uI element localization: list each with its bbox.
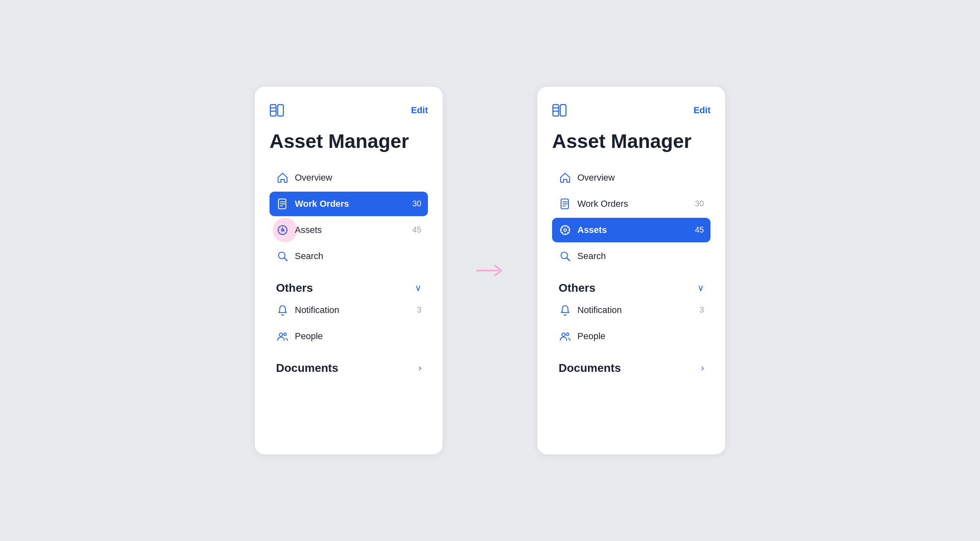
nav-item-notification-left[interactable]: Notification 3 xyxy=(270,298,428,322)
svg-point-27 xyxy=(562,333,565,336)
work-orders-badge-right: 30 xyxy=(695,199,704,208)
work-orders-icon-right xyxy=(559,197,572,210)
notification-badge-left: 3 xyxy=(417,305,421,315)
svg-line-11 xyxy=(284,258,287,261)
sidebar-menu-icon-right xyxy=(552,103,567,118)
arrow-right-icon xyxy=(475,262,505,279)
others-section-left[interactable]: Others ∨ xyxy=(270,273,428,298)
others-chevron-down-left: ∨ xyxy=(415,283,421,293)
svg-line-26 xyxy=(567,258,570,261)
search-icon-right xyxy=(559,250,572,263)
search-icon xyxy=(276,250,289,263)
people-icon-right xyxy=(559,330,572,343)
svg-rect-16 xyxy=(560,105,566,116)
documents-title-left: Documents xyxy=(276,362,338,375)
app-title-right: Asset Manager xyxy=(552,131,710,152)
panel-header-right: Edit xyxy=(552,103,710,118)
work-orders-icon xyxy=(276,197,289,210)
assets-badge-left: 45 xyxy=(412,225,421,235)
svg-rect-15 xyxy=(553,105,559,116)
edit-button-left[interactable]: Edit xyxy=(411,105,428,116)
nav-item-search-left[interactable]: Search xyxy=(270,244,428,268)
nav-list-right: Overview Work Orders 30 xyxy=(552,165,710,268)
people-label-left: People xyxy=(295,331,421,342)
others-title-right: Others xyxy=(559,282,595,295)
documents-chevron-right-right: › xyxy=(701,363,704,373)
nav-list-left: Overview Work Orders 30 xyxy=(270,165,428,268)
nav-item-search-right[interactable]: Search xyxy=(552,244,710,268)
svg-point-24 xyxy=(564,229,566,231)
nav-item-overview-right[interactable]: Overview xyxy=(552,165,710,190)
nav-item-people-left[interactable]: People xyxy=(270,324,428,349)
sidebar-menu-icon xyxy=(270,103,284,118)
notification-label-left: Notification xyxy=(295,305,417,315)
others-title-left: Others xyxy=(276,282,313,295)
documents-chevron-right-left: › xyxy=(419,363,421,373)
panel-header-left: Edit xyxy=(270,103,428,118)
notification-icon xyxy=(276,304,289,317)
search-label-left: Search xyxy=(295,251,421,262)
home-icon xyxy=(276,171,289,184)
others-chevron-down-right: ∨ xyxy=(697,283,704,293)
nav-item-notification-right[interactable]: Notification 3 xyxy=(552,298,710,322)
svg-point-28 xyxy=(566,333,569,335)
nav-item-work-orders-right[interactable]: Work Orders 30 xyxy=(552,192,710,216)
notification-badge-right: 3 xyxy=(699,305,704,315)
search-label-right: Search xyxy=(577,251,704,262)
notification-label-right: Notification xyxy=(577,305,699,315)
nav-item-assets-right[interactable]: Assets 45 xyxy=(552,218,710,242)
svg-rect-1 xyxy=(278,105,283,116)
work-orders-badge-left: 30 xyxy=(412,199,421,208)
nav-item-work-orders-left[interactable]: Work Orders 30 xyxy=(270,192,428,216)
edit-button-right[interactable]: Edit xyxy=(693,105,710,116)
app-title-left: Asset Manager xyxy=(270,131,428,152)
svg-point-12 xyxy=(279,333,283,336)
assets-label-left: Assets xyxy=(295,225,412,235)
assets-icon-right xyxy=(559,224,572,237)
assets-badge-right: 45 xyxy=(695,225,704,235)
home-icon-right xyxy=(559,171,572,184)
nav-item-assets-left[interactable]: Assets 45 xyxy=(270,218,428,242)
transition-arrow xyxy=(475,262,505,279)
people-label-right: People xyxy=(577,331,704,342)
notification-icon-right xyxy=(559,304,572,317)
nav-item-overview-left[interactable]: Overview xyxy=(270,165,428,190)
work-orders-label-left: Work Orders xyxy=(295,199,412,209)
assets-icon xyxy=(276,224,289,237)
documents-section-right[interactable]: Documents › xyxy=(552,353,710,378)
others-list-right: Notification 3 People xyxy=(552,298,710,349)
work-orders-label-right: Work Orders xyxy=(577,199,695,209)
nav-item-people-right[interactable]: People xyxy=(552,324,710,349)
people-icon xyxy=(276,330,289,343)
others-list-left: Notification 3 People xyxy=(270,298,428,349)
overview-label-left: Overview xyxy=(295,172,421,183)
svg-point-13 xyxy=(284,333,286,335)
svg-rect-0 xyxy=(270,105,276,116)
overview-label-right: Overview xyxy=(577,172,704,183)
others-section-right[interactable]: Others ∨ xyxy=(552,273,710,298)
right-panel: Edit Asset Manager Overview Work xyxy=(537,87,725,454)
left-panel: Edit Asset Manager Overview Work xyxy=(255,87,443,454)
documents-title-right: Documents xyxy=(559,362,621,375)
assets-label-right: Assets xyxy=(577,225,695,235)
documents-section-left[interactable]: Documents › xyxy=(270,353,428,378)
